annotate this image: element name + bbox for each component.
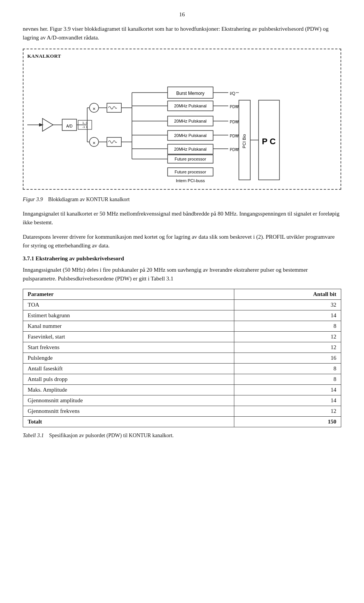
svg-text:Burst Memory: Burst Memory	[176, 91, 205, 96]
section-heading: 3.7.1 Ekstrahering av pulsbeskrivelsesor…	[23, 255, 341, 262]
parameter-table: Parameter Antall bit TOA32Estimert bakgr…	[23, 289, 341, 427]
svg-text:×: ×	[93, 106, 96, 112]
bits-cell: 8	[234, 321, 341, 331]
diagram-container: KANALKORT A/D × ×	[23, 49, 341, 190]
table-row: Kanal nummer8	[23, 321, 341, 331]
param-cell: TOA	[23, 299, 234, 310]
table-row: Pulslengde16	[23, 353, 341, 363]
svg-text:PDW: PDW	[230, 148, 239, 152]
bits-cell: 16	[234, 353, 341, 363]
param-cell: Maks. Amplitude	[23, 384, 234, 395]
svg-text:20MHz Pulskanal: 20MHz Pulskanal	[174, 104, 207, 108]
bits-cell: 14	[234, 395, 341, 406]
bits-cell: 14	[234, 310, 341, 321]
table-caption: Tabell 3.1 Spesifikasjon av pulsordet (P…	[23, 433, 341, 439]
table-ref: Tabell 3.1	[23, 433, 44, 438]
figure-caption-text: Blokkdiagram av KONTUR kanalkort	[48, 197, 130, 202]
param-cell: Antall puls dropp	[23, 374, 234, 384]
table-row: Start frekvens12	[23, 342, 341, 353]
table-row: Antall puls dropp8	[23, 374, 341, 384]
bits-cell: 8	[234, 363, 341, 374]
svg-text:1,-1: 1,-1	[82, 121, 88, 124]
svg-rect-12	[107, 103, 121, 112]
col1-header: Parameter	[23, 289, 234, 299]
svg-text:I/Q: I/Q	[230, 91, 235, 96]
param-cell: Gjennomsnitt amplitude	[23, 395, 234, 406]
diagram-label: KANALKORT	[27, 53, 337, 59]
svg-marker-1	[42, 118, 53, 131]
bits-cell: 150	[234, 416, 341, 427]
svg-text:20MHz Pulskanal: 20MHz Pulskanal	[174, 119, 207, 123]
figure-ref: Figur 3.9	[23, 197, 43, 202]
paragraph2: Datarespons leverer drivere for kommunik…	[23, 233, 341, 250]
bits-cell: 12	[234, 406, 341, 416]
param-cell: Estimert bakgrunn	[23, 310, 234, 321]
svg-text:PDW: PDW	[230, 134, 239, 138]
table-row: Gjennomsnitt amplitude14	[23, 395, 341, 406]
param-cell: Kanal nummer	[23, 321, 234, 331]
param-cell: Fasevinkel, start	[23, 331, 234, 342]
param-cell: Pulslengde	[23, 353, 234, 363]
param-cell: Start frekvens	[23, 342, 234, 353]
paragraph3: Inngangssignalet (50 MHz) deles i fire p…	[23, 266, 341, 283]
bits-cell: 8	[234, 374, 341, 384]
bits-cell: 12	[234, 342, 341, 353]
svg-text:-1  1: -1 1	[82, 125, 88, 129]
param-cell: Totalt	[23, 416, 234, 427]
table-caption-text: Spesifikasjon av pulsordet (PDW) til KON…	[49, 433, 174, 438]
svg-rect-18	[107, 137, 121, 146]
table-row: Maks. Amplitude14	[23, 384, 341, 395]
svg-text:20MHz Pulskanal: 20MHz Pulskanal	[174, 147, 207, 151]
paragraph1: Inngangsignalet til kanalkortet er 50 MH…	[23, 209, 341, 227]
figure-caption: Figur 3.9 Blokkdiagram av KONTUR kanalko…	[23, 197, 341, 203]
table-row: Totalt150	[23, 416, 341, 427]
table-row: TOA32	[23, 299, 341, 310]
intro-paragraph: nevnes her. Figur 3.9 viser blokkdiagram…	[23, 25, 341, 42]
param-cell: Antall faseskift	[23, 363, 234, 374]
svg-text:PDW: PDW	[230, 120, 239, 124]
svg-text:20MHz Pulskanal: 20MHz Pulskanal	[174, 133, 207, 138]
table-row: Antall faseskift8	[23, 363, 341, 374]
table-row: Gjennomsnitt frekvens12	[23, 406, 341, 416]
bits-cell: 14	[234, 384, 341, 395]
diagram-svg: A/D × × 1,-1 -1	[27, 62, 337, 185]
svg-text:Intern PCI-buss: Intern PCI-buss	[176, 178, 205, 183]
svg-text:Future processor: Future processor	[174, 157, 206, 161]
page-number: 16	[23, 11, 341, 18]
svg-text:PDW: PDW	[230, 105, 239, 109]
table-row: Estimert bakgrunn14	[23, 310, 341, 321]
col2-header: Antall bit	[234, 289, 341, 299]
param-cell: Gjennomsnitt frekvens	[23, 406, 234, 416]
bits-cell: 32	[234, 299, 341, 310]
svg-text:×: ×	[93, 140, 96, 146]
svg-text:PCI Bio: PCI Bio	[242, 134, 246, 148]
bits-cell: 12	[234, 331, 341, 342]
svg-text:A/D: A/D	[66, 124, 73, 128]
svg-text:Future processor: Future processor	[174, 170, 206, 174]
svg-text:P C: P C	[262, 137, 276, 146]
table-row: Fasevinkel, start12	[23, 331, 341, 342]
